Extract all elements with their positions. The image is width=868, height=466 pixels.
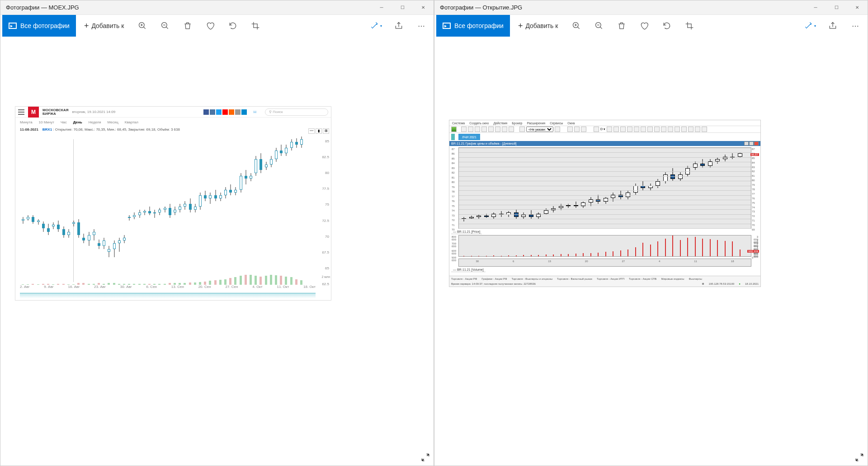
- maximize-button[interactable]: ☐: [826, 0, 847, 15]
- moex-screenshot: М МОСКОВСКАЯБИРЖА вторник, 19.10.2021 14…: [15, 106, 331, 301]
- zoom-in-icon[interactable]: [132, 15, 153, 37]
- otk-tab-lchi[interactable]: ЛЧИ 2021: [458, 134, 480, 140]
- otk-tab-indicator[interactable]: [451, 134, 455, 140]
- server-icon: 🖥: [702, 282, 704, 285]
- otk-price-label: — BR-11.21 [Price]: [451, 230, 482, 234]
- magic-wand-icon[interactable]: ▾: [366, 15, 387, 37]
- moex-ohlc-info: 11-08-2021 BRX1 : Открытие: 70,08, Макс.…: [15, 127, 331, 132]
- otk-vol-yaxis-right: 3 000 0002 500 0002 000 0001 500 0001 00…: [752, 235, 758, 256]
- otk-tabs-row: ЛЧИ 2021: [449, 133, 760, 141]
- moex-logo: М: [28, 107, 39, 118]
- otk-yaxis-right: 87868584838281807978777675747372717069: [752, 148, 758, 228]
- zoom-out-icon[interactable]: [589, 15, 609, 37]
- moex-tab-Час[interactable]: Час: [61, 120, 67, 124]
- trash-icon[interactable]: [177, 15, 198, 37]
- plus-icon: +: [84, 21, 89, 31]
- otk-price-chart[interactable]: 878685848382818079787776757473727170 878…: [458, 147, 751, 229]
- more-icon[interactable]: ⋯: [845, 15, 866, 37]
- moex-header: М МОСКОВСКАЯБИРЖА вторник, 19.10.2021 14…: [15, 107, 331, 118]
- toolbar-left: Все фотографии + Добавить к ▾ ⋯: [0, 15, 434, 37]
- svg-line-8: [578, 27, 580, 29]
- zoom-out-icon[interactable]: [155, 15, 175, 37]
- magic-wand-icon[interactable]: ▾: [800, 15, 821, 37]
- otk-price-tag: 85.87: [750, 153, 759, 156]
- otk-vol-tag: 902 226: [747, 250, 759, 253]
- moex-chart-mode-icons[interactable]: 〰 ▮ ⊞: [308, 128, 329, 134]
- svg-line-12: [600, 27, 602, 29]
- crop-icon[interactable]: [679, 15, 700, 37]
- otk-menubar[interactable]: СистемаСоздать окноДействияБрокерРасшире…: [449, 120, 760, 126]
- otk-statusbar-tabs[interactable]: Торговля - Акции РФГрафики - Акции РФТор…: [449, 276, 760, 281]
- add-to-button[interactable]: + Добавить к: [78, 15, 130, 37]
- moex-tab-Неделя[interactable]: Неделя: [89, 120, 101, 124]
- moex-x-axis: 2. Авг9. Авг16. Авг23. Авг30. Авг6. Сен1…: [20, 285, 316, 291]
- otk-footer: Время сервера: 14:09:37; последняя получ…: [449, 281, 760, 287]
- social-icons[interactable]: [203, 109, 247, 115]
- plus-icon: +: [518, 21, 523, 31]
- otk-volume-label: — BR-11.21 [Volume]: [451, 268, 486, 272]
- moex-datetime: вторник, 19.10.2021 14:09: [72, 110, 115, 114]
- moex-timeframe-tabs[interactable]: Минута10 МинутЧасДеньНеделяМесяцКвартал: [15, 118, 331, 127]
- maximize-button[interactable]: ☐: [392, 0, 413, 15]
- photos-window-right: Фотографии — Открытие.JPG ─ ☐ ✕ Все фото…: [434, 0, 868, 466]
- otkrytie-screenshot: СистемаСоздать окноДействияБрокерРасшире…: [449, 120, 761, 287]
- moex-brand-text: МОСКОВСКАЯБИРЖА: [42, 108, 68, 116]
- expand-icon[interactable]: [855, 453, 864, 462]
- hamburger-icon[interactable]: [18, 109, 24, 115]
- crop-icon[interactable]: [245, 15, 266, 37]
- svg-line-1: [144, 27, 146, 29]
- trash-icon[interactable]: [611, 15, 632, 37]
- moex-tab-10 Минут[interactable]: 10 Минут: [39, 120, 54, 124]
- rotate-icon[interactable]: [222, 15, 243, 37]
- moex-search-input[interactable]: ⚲ Поиск: [265, 108, 328, 116]
- moex-chart-area[interactable]: 8582.58077.57572.57067.56562.5: [20, 139, 316, 282]
- toolbar-right: Все фотографии + Добавить к ▾ ⋯: [434, 15, 868, 37]
- otk-subwindow-controls[interactable]: [744, 141, 759, 146]
- otk-account-dropdown[interactable]: <Не указан>: [526, 127, 553, 132]
- otk-vol-yaxis-left: 800 000700 000600 000500 000: [452, 235, 458, 256]
- minimize-button[interactable]: ─: [371, 0, 392, 15]
- expand-icon[interactable]: [421, 453, 430, 462]
- gallery-icon: [443, 23, 451, 29]
- moex-volume-area: [20, 274, 316, 285]
- see-all-photos-button[interactable]: Все фотографии: [2, 15, 76, 37]
- more-icon[interactable]: ⋯: [411, 15, 432, 37]
- gallery-icon: [9, 23, 17, 29]
- minimize-button[interactable]: ─: [805, 0, 826, 15]
- titlebar-right[interactable]: Фотографии — Открытие.JPG ─ ☐ ✕: [434, 0, 868, 15]
- see-all-photos-button[interactable]: Все фотографии: [436, 15, 510, 37]
- titlebar-left[interactable]: Фотографии — MOEX.JPG ─ ☐ ✕: [0, 0, 434, 15]
- search-icon: ⚲: [269, 110, 272, 114]
- otk-toolbar[interactable]: <Не указан> D ▾: [449, 126, 760, 133]
- otk-volume-chart[interactable]: 800 000700 000600 000500 000 3 000 0002 …: [458, 235, 751, 257]
- moex-tab-Месяц[interactable]: Месяц: [108, 120, 118, 124]
- moex-vol-label: 2 млн: [321, 275, 330, 278]
- share-icon[interactable]: [388, 15, 409, 37]
- add-to-button[interactable]: + Добавить к: [512, 15, 564, 37]
- moex-nav-overview[interactable]: [20, 293, 316, 298]
- close-button[interactable]: ✕: [413, 0, 434, 15]
- mail-icon[interactable]: ✉: [253, 110, 257, 114]
- window-controls: ─ ☐ ✕: [805, 0, 868, 15]
- heart-icon[interactable]: [634, 15, 655, 37]
- moex-tab-Квартал[interactable]: Квартал: [125, 120, 138, 124]
- status-dot-icon: ●: [739, 282, 741, 285]
- moex-y-axis: 8582.58077.57572.57067.56562.5: [316, 139, 329, 282]
- window-controls: ─ ☐ ✕: [371, 0, 434, 15]
- photos-window-left: Фотографии — MOEX.JPG ─ ☐ ✕ Все фотограф…: [0, 0, 434, 466]
- image-viewport-left: М МОСКОВСКАЯБИРЖА вторник, 19.10.2021 14…: [0, 37, 434, 466]
- window-title: Фотографии — Открытие.JPG: [440, 4, 522, 11]
- svg-line-5: [166, 27, 168, 29]
- zoom-in-icon[interactable]: [566, 15, 587, 37]
- otk-chart-titlebar[interactable]: BR-11.21 График цены и объёма - [Дневной…: [449, 141, 760, 146]
- moex-tab-День[interactable]: День: [73, 120, 82, 124]
- rotate-icon[interactable]: [656, 15, 677, 37]
- close-button[interactable]: ✕: [847, 0, 868, 15]
- window-title: Фотографии — MOEX.JPG: [6, 4, 79, 11]
- otk-yaxis-left: 878685848382818079787776757473727170: [452, 148, 458, 228]
- share-icon[interactable]: [822, 15, 843, 37]
- moex-tab-Минута[interactable]: Минута: [20, 120, 33, 124]
- image-viewport-right: СистемаСоздать окноДействияБрокерРасшире…: [434, 37, 868, 466]
- otk-x-axis: 30613202741118: [458, 259, 751, 267]
- heart-icon[interactable]: [200, 15, 221, 37]
